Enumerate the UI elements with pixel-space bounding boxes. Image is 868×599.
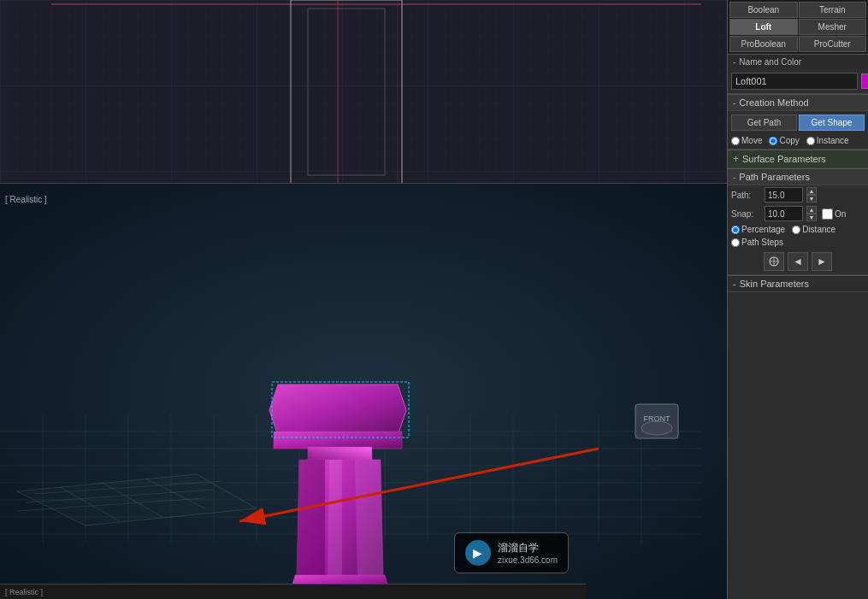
svg-marker-44 — [328, 460, 342, 577]
svg-rect-46 — [272, 382, 409, 438]
watermark-site: 溜溜自学 — [498, 541, 558, 555]
on-label: On — [835, 209, 846, 219]
name-color-label: Name and Color — [739, 57, 801, 67]
skin-params-header[interactable]: - Skin Parameters — [728, 275, 868, 291]
svg-line-33 — [103, 483, 162, 517]
distance-radio-label[interactable]: Distance — [792, 225, 836, 234]
svg-marker-40 — [308, 447, 372, 461]
copy-label: Copy — [779, 136, 799, 145]
next-shape-button[interactable]: ► — [812, 252, 832, 271]
watermark-icon: ▶ — [465, 540, 491, 566]
terrain-button[interactable]: Terrain — [799, 2, 867, 18]
svg-marker-38 — [269, 385, 406, 436]
creation-method-section: - Creation Method Get Path Get Shape Mov… — [728, 94, 868, 150]
path-spin-down[interactable]: ▼ — [806, 195, 817, 203]
path-params-label: Path Parameters — [739, 172, 810, 182]
object-name-input[interactable] — [731, 73, 858, 90]
procutter-button[interactable]: ProCutter — [799, 36, 867, 52]
copy-radio[interactable] — [769, 137, 777, 145]
svg-rect-8 — [0, 184, 727, 599]
snap-field-label: Snap: — [731, 209, 761, 219]
on-checkbox-label[interactable]: On — [822, 208, 846, 220]
mesher-button[interactable]: Mesher — [799, 19, 867, 35]
surface-params-expand[interactable]: + — [733, 153, 739, 165]
skin-params-label: Skin Parameters — [740, 279, 809, 289]
svg-marker-41 — [297, 460, 383, 577]
path-value-input[interactable] — [765, 187, 803, 203]
snap-value-input[interactable] — [765, 206, 803, 221]
loft-button[interactable]: Loft — [729, 19, 798, 35]
surface-params-label: Surface Parameters — [742, 154, 826, 164]
instance-radio[interactable] — [806, 137, 815, 145]
distance-radio[interactable] — [792, 226, 800, 234]
skin-params-section: - Skin Parameters — [728, 275, 868, 292]
path-params-header: - Path Parameters — [728, 168, 868, 185]
snap-spinners: ▲ ▼ — [806, 206, 817, 221]
viewport-area[interactable]: FRONT [ Realistic ] ▶ 溜溜自学 zixue. — [0, 0, 727, 599]
path-type-radio-group: Percentage Distance — [728, 223, 868, 236]
move-radio[interactable] — [731, 137, 740, 145]
instance-label: Instance — [817, 136, 849, 145]
path-steps-radio-label[interactable]: Path Steps — [731, 238, 783, 247]
bottom-viewport-svg: FRONT [ Realistic ] — [0, 184, 727, 599]
path-steps-label: Path Steps — [741, 238, 783, 247]
get-shape-button[interactable]: Get Shape — [799, 115, 865, 131]
name-color-row — [728, 69, 868, 93]
path-spin-up[interactable]: ▲ — [806, 187, 817, 195]
svg-line-32 — [60, 487, 120, 521]
viewport-top — [0, 0, 727, 184]
snap-spin-up[interactable]: ▲ — [806, 206, 817, 214]
path-steps-radio-row: Path Steps — [728, 236, 868, 249]
creation-buttons: Get Path Get Shape — [728, 111, 868, 134]
snap-row: Snap: ▲ ▼ On — [728, 204, 868, 223]
shape-nav-icon[interactable] — [764, 252, 784, 271]
status-text: [ Realistic ] — [5, 588, 43, 596]
snap-spin-down[interactable]: ▼ — [806, 214, 817, 221]
path-steps-radio[interactable] — [731, 238, 740, 247]
surface-params-header[interactable]: + Surface Parameters — [728, 150, 868, 167]
path-spinners: ▲ ▼ — [806, 187, 817, 203]
path-row: Path: ▲ ▼ — [728, 185, 868, 204]
move-radio-label[interactable]: Move — [731, 136, 762, 145]
percentage-label: Percentage — [741, 225, 785, 234]
name-color-collapse[interactable]: - — [733, 57, 735, 67]
svg-line-36 — [26, 490, 214, 502]
snap-on-checkbox[interactable] — [822, 208, 833, 220]
svg-line-35 — [34, 481, 222, 494]
color-swatch[interactable] — [861, 73, 868, 89]
svg-marker-42 — [297, 460, 325, 577]
svg-text:FRONT: FRONT — [644, 414, 670, 423]
svg-marker-39 — [274, 432, 402, 449]
move-label: Move — [741, 136, 762, 145]
watermark-url: zixue.3d66.com — [498, 555, 558, 565]
svg-line-34 — [145, 479, 205, 508]
svg-line-51 — [239, 449, 599, 521]
svg-text:[ Realistic ]: [ Realistic ] — [5, 195, 47, 204]
copy-radio-label[interactable]: Copy — [769, 136, 799, 145]
svg-marker-43 — [355, 460, 383, 577]
watermark: ▶ 溜溜自学 zixue.3d66.com — [454, 532, 569, 573]
surface-params-section: + Surface Parameters — [728, 150, 868, 168]
prev-shape-button[interactable]: ◄ — [788, 252, 808, 271]
path-params-section: - Path Parameters Path: ▲ ▼ Snap: ▲ ▼ — [728, 168, 868, 275]
viewport-bottom: FRONT [ Realistic ] — [0, 184, 727, 599]
svg-line-37 — [17, 498, 205, 511]
path-field-label: Path: — [731, 191, 761, 200]
boolean-button[interactable]: Boolean — [729, 2, 798, 18]
arrow-buttons-row: ◄ ► — [728, 249, 868, 274]
percentage-radio[interactable] — [731, 226, 740, 234]
svg-marker-31 — [17, 474, 257, 526]
creation-method-label: Creation Method — [739, 97, 808, 108]
proboolean-button[interactable]: ProBoolean — [729, 36, 798, 52]
name-color-section: - Name and Color — [728, 54, 868, 94]
svg-point-48 — [641, 421, 672, 435]
percentage-radio-label[interactable]: Percentage — [731, 225, 785, 234]
instance-radio-label[interactable]: Instance — [806, 136, 849, 145]
svg-rect-47 — [635, 404, 678, 438]
distance-label: Distance — [802, 225, 836, 234]
right-panel: Boolean Terrain Loft Mesher ProBoolean P… — [727, 0, 868, 599]
creation-method-header: - Creation Method — [728, 94, 868, 111]
top-buttons-grid: Boolean Terrain Loft Mesher ProBoolean P… — [728, 0, 868, 54]
creation-radio-group: Move Copy Instance — [728, 134, 868, 149]
get-path-button[interactable]: Get Path — [731, 115, 797, 131]
